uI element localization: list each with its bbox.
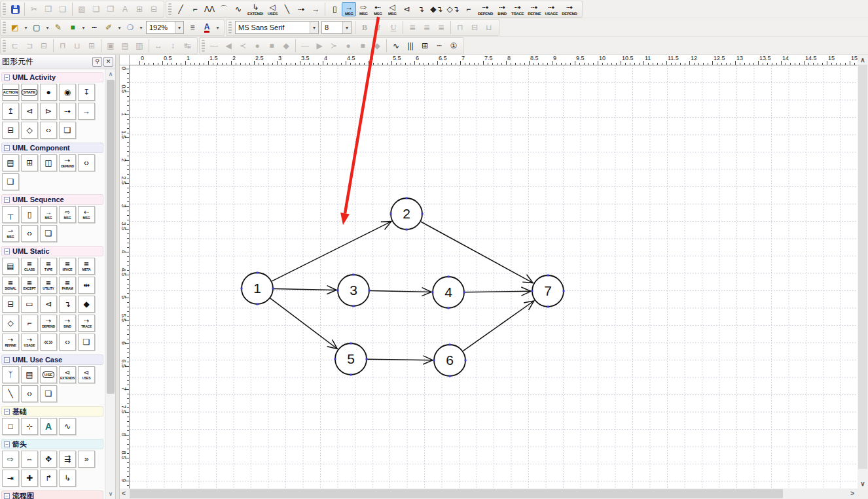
arc-tool[interactable]: ⌒ [217,2,231,16]
diagram-edge-3-4[interactable] [370,288,431,296]
tile-item[interactable]: ▭ [21,296,38,313]
end-arrow-open[interactable]: ≻ [327,39,341,53]
valign-top-button[interactable]: ⊓ [453,20,467,35]
tile-type[interactable]: ≣TYPE [40,258,57,275]
diagram-node-4[interactable]: 4 [432,276,465,309]
composition-tool[interactable]: ◆↴ [428,2,444,16]
tile-package[interactable]: ▤ [21,366,38,383]
line-tool[interactable]: ╱ [173,2,188,16]
valign-bottom-button[interactable]: ⊔ [482,20,496,35]
begin-square[interactable]: ■ [264,39,279,53]
close-icon[interactable]: ✕ [103,57,113,67]
tile-bind[interactable]: ⇢BIND [59,315,76,332]
shape-style-button[interactable]: ❍ [123,20,137,35]
font-size-combo[interactable]: 8▾ [321,21,352,34]
tile-action[interactable]: ACTION [2,84,19,101]
end-diamond[interactable]: ◆ [370,39,384,53]
insert-picture-button[interactable]: ▨ [75,2,89,16]
toolbar-grip[interactable] [3,3,6,15]
tile-package[interactable]: ▤ [2,154,19,171]
send-back-button[interactable]: ❐ [103,2,118,16]
extend-connector[interactable]: ↳EXTEND! [245,2,265,16]
tile-page[interactable]: ❏ [78,334,95,351]
tile-interface[interactable]: ≣I/FACE [59,258,76,275]
tile-composition[interactable]: ◆ [78,296,95,313]
tile-activation[interactable]: ▯ [21,206,38,223]
shape-style-dropdown[interactable]: ▾ [137,20,145,35]
zoom-combo[interactable]: 192%▾ [146,21,184,34]
end-arrow-solid[interactable]: ▶ [312,39,327,53]
text-tool-button[interactable]: A [118,2,132,16]
theme-color-button[interactable]: ■ [65,20,80,35]
dash-style-button[interactable]: ┅ [87,20,101,35]
end-circle[interactable]: ● [341,39,355,53]
tile-final-node[interactable]: ◉ [59,84,76,101]
trace-connector[interactable]: ⇢TRACE [509,2,526,16]
collapse-icon[interactable]: − [4,357,10,363]
align-shapes-top[interactable]: ⊓ [56,39,70,53]
align-left-button[interactable]: ≣ [405,20,420,35]
section-header[interactable]: −UML Activity [1,72,103,82]
diagram-node-6[interactable]: 6 [433,344,467,377]
tile-corner-arrow-down[interactable]: ↳ [59,470,76,487]
section-header[interactable]: −UML Sequence [1,194,103,205]
uses-connector[interactable]: ◁USES [265,2,280,16]
scroll-down-icon[interactable]: ∨ [105,489,116,499]
line2-tool[interactable]: ╲ [280,2,294,16]
same-size-button[interactable]: ▥ [132,39,147,53]
drawing-canvas[interactable]: 1234567 [130,65,858,489]
paste-button[interactable]: ❑ [56,2,70,16]
tile-callout-arrow[interactable]: ⇥ [2,470,19,487]
collapse-icon[interactable]: − [4,75,10,80]
font-color-dropdown[interactable]: ▾ [214,20,221,35]
tile-arrow-double[interactable]: ⇔ [21,451,38,468]
group-button[interactable]: ⊞ [132,2,147,16]
tile-rectangle[interactable]: □ [2,418,19,435]
same-width-button[interactable]: ▣ [103,39,118,53]
diagram-edge-5-6[interactable] [367,356,433,364]
pen-style-button[interactable]: ✐ [101,20,116,35]
line-weight-button[interactable]: ≡ [185,20,200,35]
align-shapes-bottom[interactable]: ⊔ [70,39,84,53]
tile-text[interactable]: A [40,418,57,435]
begin-circle[interactable]: ● [250,39,264,53]
tile-package[interactable]: ▤ [2,258,19,275]
copy-button[interactable]: ❐ [41,2,56,16]
tile-line[interactable]: ╲ [2,385,19,402]
arrow-tool[interactable]: → [308,2,323,16]
scroll-down-icon[interactable]: ∨ [858,480,868,487]
theme-color-dropdown[interactable]: ▾ [80,20,87,35]
tile-signal[interactable]: ≣SIGNAL [2,277,19,294]
collapse-icon[interactable]: − [4,145,10,151]
tile-aggregation[interactable]: ◇ [2,315,19,332]
tile-association-elbow[interactable]: ↴ [59,296,76,313]
line-color-button[interactable]: ▢ [29,20,44,35]
align-shapes-right[interactable]: ⊐ [22,39,37,53]
italic-button[interactable]: I [372,20,386,35]
tile-generalization[interactable]: ⊲ [40,296,57,313]
curve-style-button[interactable]: ∿ [389,39,403,53]
begin-arrow-solid[interactable]: ◀ [221,39,236,53]
tile-chevron[interactable]: » [78,451,95,468]
tile-action-box[interactable]: ⊟ [2,122,19,139]
tile-extends[interactable]: ⊲EXTENDS [59,366,76,383]
diagram-edge-6-7[interactable] [463,301,533,351]
tile-signal-send[interactable]: ⊳ [40,103,57,120]
tile-arrow-tri[interactable]: ⇶ [59,451,76,468]
tile-note[interactable]: ‹› [40,122,57,139]
tile-decision[interactable]: ◇ [21,122,38,139]
collapse-icon[interactable]: − [4,409,10,415]
diagram-node-3[interactable]: 3 [337,274,371,307]
tile-page[interactable]: ❏ [40,385,57,402]
cut-button[interactable]: ✂ [27,2,41,16]
scroll-right-icon[interactable]: > [850,490,854,497]
tile-page[interactable]: ❏ [40,225,57,242]
tile-param-class[interactable]: ≣PARAM [59,277,76,294]
toolbar-grip[interactable] [3,40,6,52]
line-color-dropdown[interactable]: ▾ [44,20,51,35]
font-family-combo[interactable]: MS Sans Serif▾ [235,21,319,34]
scrollbar-thumb[interactable] [107,80,115,394]
scroll-up-icon[interactable]: ∧ [105,69,116,79]
tile-trace[interactable]: ⇢TRACE [78,315,95,332]
tile-note[interactable]: ‹› [78,154,95,171]
